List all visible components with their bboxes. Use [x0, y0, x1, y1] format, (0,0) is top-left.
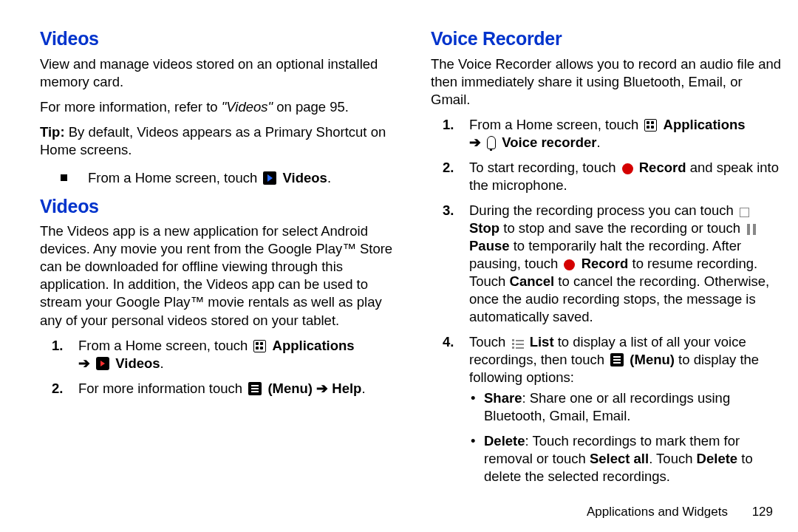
record-label: Record	[582, 256, 629, 271]
stop-icon	[740, 208, 749, 217]
heading-voice-recorder: Voice Recorder	[431, 27, 785, 51]
menu-label: (Menu)	[267, 381, 313, 396]
videos-intro-1: View and manage videos stored on an opti…	[40, 55, 406, 91]
list-icon	[512, 339, 524, 349]
delete-action-label: Delete	[697, 451, 738, 466]
menu-icon	[610, 353, 624, 366]
right-column: Voice Recorder The Voice Recorder allows…	[431, 27, 785, 501]
applications-grid-icon	[644, 119, 657, 132]
vr-step-4: 4. Touch List to display a list of all y…	[431, 333, 785, 493]
share-label: Share	[484, 390, 522, 406]
list-label: List	[530, 334, 554, 349]
record-label: Record	[639, 160, 686, 175]
videos-play-icon	[263, 171, 276, 185]
videos-steps: 1. From a Home screen, touch Application…	[40, 337, 406, 398]
options-list: • Share: Share one or all recordings usi…	[469, 389, 785, 485]
vr-step-2: 2. To start recording, touch Record and …	[431, 159, 785, 194]
arrow-icon: ➔	[316, 381, 328, 396]
vr-step-3: 3. During the recording process you can …	[431, 202, 785, 326]
step-1: 1. From a Home screen, touch Application…	[40, 337, 406, 372]
record-icon	[564, 259, 575, 270]
applications-grid-icon	[253, 340, 266, 352]
applications-label: Applications	[273, 338, 355, 353]
step-2: 2. For more information touch (Menu) ➔ H…	[40, 380, 406, 398]
arrow-icon: ➔	[469, 134, 481, 150]
videos-xref: For more information, refer to "Videos" …	[40, 98, 406, 116]
heading-videos-2: Videos	[40, 194, 406, 219]
videos-app-description: The Videos app is a new application for …	[40, 222, 406, 329]
pause-label: Pause	[469, 238, 510, 253]
videos-label: Videos	[283, 170, 327, 185]
arrow-icon: ➔	[78, 355, 90, 371]
tip-text: By default, Videos appears as a Primary …	[40, 124, 386, 157]
option-share: • Share: Share one or all recordings usi…	[469, 389, 785, 425]
pause-icon	[746, 224, 757, 235]
manual-page: Videos View and manage videos stored on …	[0, 0, 798, 532]
select-all-label: Select all	[590, 451, 649, 466]
menu-label: (Menu)	[630, 352, 675, 367]
heading-videos-1: Videos	[40, 27, 406, 51]
vr-step-1: 1. From a Home screen, touch Application…	[431, 116, 785, 151]
microphone-icon	[487, 136, 496, 149]
square-bullet-icon	[61, 174, 67, 181]
page-number: 129	[752, 505, 773, 519]
bullet-from-home: From a Home screen, touch Videos.	[40, 169, 406, 187]
videos-app-icon	[96, 357, 109, 370]
help-label: Help	[332, 381, 361, 396]
tip-block: Tip: By default, Videos appears as a Pri…	[40, 123, 406, 159]
footer-section: Applications and Widgets	[587, 505, 728, 519]
applications-label: Applications	[664, 117, 746, 132]
voice-recorder-label: Voice recorder	[502, 134, 596, 150]
two-column-layout: Videos View and manage videos stored on …	[40, 27, 798, 501]
option-delete: • Delete: Touch recordings to mark them …	[469, 432, 785, 485]
delete-label: Delete	[484, 433, 525, 449]
voice-recorder-steps: 1. From a Home screen, touch Application…	[431, 116, 785, 494]
videos-app-label: Videos	[115, 355, 160, 371]
record-icon	[622, 163, 633, 174]
page-footer: Applications and Widgets 129	[587, 504, 773, 520]
tip-label: Tip:	[40, 124, 65, 140]
voice-recorder-intro: The Voice Recorder allows you to record …	[431, 55, 785, 109]
cancel-label: Cancel	[510, 273, 555, 289]
stop-label: Stop	[469, 220, 499, 236]
menu-icon	[248, 382, 262, 395]
left-column: Videos View and manage videos stored on …	[40, 27, 406, 501]
